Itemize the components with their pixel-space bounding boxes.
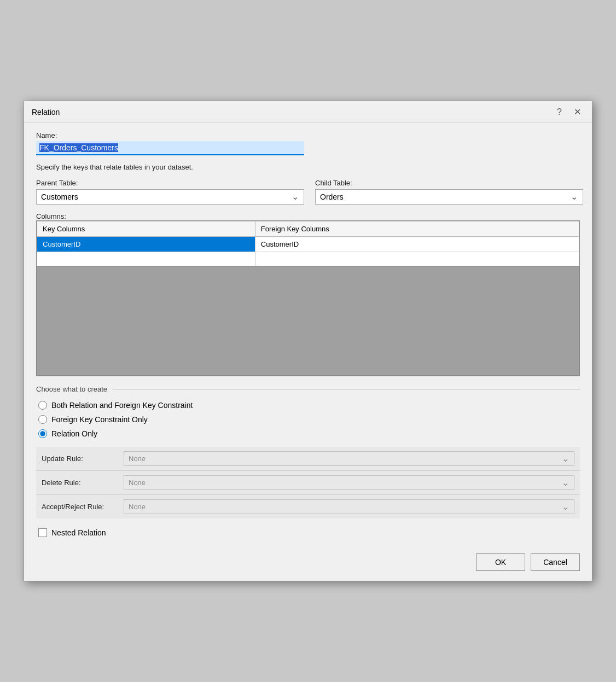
- radio-fk-only-input[interactable]: [38, 415, 47, 424]
- cancel-button[interactable]: Cancel: [531, 553, 580, 571]
- radio-both-input[interactable]: [38, 401, 47, 410]
- columns-section: Columns: Key Columns Foreign Key Columns…: [36, 210, 580, 376]
- key-columns-header: Key Columns: [37, 221, 255, 237]
- update-rule-select-wrapper: None: [124, 451, 574, 466]
- delete-rule-row: Delete Rule: None: [36, 471, 580, 495]
- radio-fk-only-label: Foreign Key Constraint Only: [51, 415, 148, 424]
- name-label: Name:: [36, 131, 580, 139]
- divider-row: Choose what to create: [36, 385, 580, 393]
- update-rule-label: Update Rule:: [42, 454, 118, 463]
- table-row[interactable]: [37, 252, 579, 266]
- title-bar-right: ? ✕: [554, 107, 584, 118]
- delete-rule-select-wrapper: None: [124, 475, 574, 490]
- rule-section: Update Rule: None Delete Rule: None Acce…: [36, 447, 580, 518]
- radio-both-label: Both Relation and Foreign Key Constraint: [51, 401, 193, 410]
- columns-header-row: Key Columns Foreign Key Columns: [37, 221, 579, 237]
- fk-columns-header: Foreign Key Columns: [255, 221, 579, 237]
- dialog-body: Name: Specify the keys that relate table…: [24, 123, 592, 546]
- radio-relation-only-input[interactable]: [38, 429, 47, 438]
- choose-label: Choose what to create: [36, 385, 107, 393]
- update-rule-row: Update Rule: None: [36, 447, 580, 471]
- help-button[interactable]: ?: [554, 107, 565, 118]
- update-rule-select[interactable]: None: [124, 451, 574, 466]
- columns-label: Columns:: [36, 212, 580, 220]
- accept-reject-rule-select-wrapper: None: [124, 499, 574, 514]
- parent-table-label: Parent Table:: [36, 179, 304, 187]
- key-cell-0: CustomerID: [37, 237, 255, 252]
- parent-table-select-wrapper: Customers Orders: [36, 189, 304, 205]
- nested-relation-label: Nested Relation: [51, 528, 106, 537]
- child-table-field: Child Table: Orders Customers: [315, 179, 583, 205]
- columns-table: Key Columns Foreign Key Columns Customer…: [37, 221, 579, 266]
- accept-reject-rule-select[interactable]: None: [124, 499, 574, 514]
- tables-row: Parent Table: Customers Orders Child Tab…: [36, 179, 580, 205]
- relation-dialog: Relation ? ✕ Name: Specify the keys that…: [24, 101, 592, 581]
- nested-relation-checkbox[interactable]: [38, 528, 47, 537]
- delete-rule-label: Delete Rule:: [42, 479, 118, 487]
- key-cell-1: [37, 252, 255, 266]
- fk-cell-1: [255, 252, 579, 266]
- parent-table-select[interactable]: Customers Orders: [36, 189, 304, 205]
- title-bar-left: Relation: [32, 108, 60, 116]
- child-table-select[interactable]: Orders Customers: [315, 189, 583, 205]
- delete-rule-select[interactable]: None: [124, 475, 574, 490]
- child-table-label: Child Table:: [315, 179, 583, 187]
- fk-cell-0: CustomerID: [255, 237, 579, 252]
- dialog-footer: OK Cancel: [24, 546, 592, 581]
- divider-line: [113, 389, 580, 389]
- accept-reject-rule-row: Accept/Reject Rule: None: [36, 495, 580, 518]
- nested-relation-row: Nested Relation: [38, 528, 580, 537]
- name-section: Name:: [36, 131, 580, 155]
- radio-group: Both Relation and Foreign Key Constraint…: [38, 401, 580, 438]
- ok-button[interactable]: OK: [476, 553, 525, 571]
- radio-relation-only[interactable]: Relation Only: [38, 429, 580, 438]
- name-input[interactable]: [36, 141, 304, 155]
- table-row[interactable]: CustomerID CustomerID: [37, 237, 579, 252]
- title-bar: Relation ? ✕: [24, 101, 592, 123]
- child-table-select-wrapper: Orders Customers: [315, 189, 583, 205]
- columns-container: Key Columns Foreign Key Columns Customer…: [36, 220, 580, 376]
- dialog-title: Relation: [32, 108, 60, 116]
- gray-area: [37, 266, 579, 376]
- accept-reject-rule-label: Accept/Reject Rule:: [42, 503, 118, 511]
- close-button[interactable]: ✕: [571, 107, 584, 118]
- parent-table-field: Parent Table: Customers Orders: [36, 179, 304, 205]
- radio-both[interactable]: Both Relation and Foreign Key Constraint: [38, 401, 580, 410]
- radio-fk-only[interactable]: Foreign Key Constraint Only: [38, 415, 580, 424]
- hint-text: Specify the keys that relate tables in y…: [36, 163, 580, 171]
- radio-relation-only-label: Relation Only: [51, 429, 97, 438]
